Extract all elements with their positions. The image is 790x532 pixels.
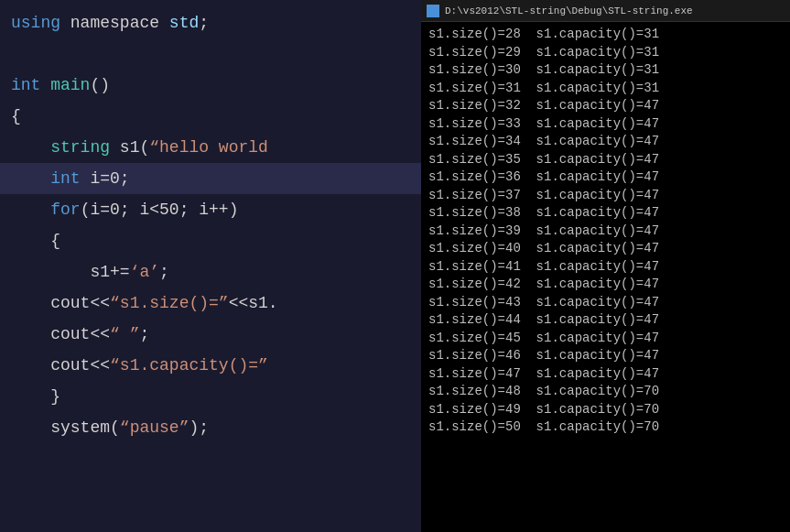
code-line: s1+=‘a’; (0, 256, 421, 288)
code-line: for(i=0; i<50; i++) (0, 194, 421, 225)
output-line: s1.size()=47 s1.capacity()=47 (428, 365, 783, 384)
code-line: using namespace std; (0, 7, 421, 38)
output-line: s1.size()=30 s1.capacity()=31 (428, 61, 783, 80)
output-line: s1.size()=50 s1.capacity()=70 (428, 418, 783, 437)
output-content: s1.size()=28 s1.capacity()=31s1.size()=2… (421, 22, 790, 532)
code-line: string s1(“hello world (0, 132, 421, 163)
code-line: cout<<“s1.size()=”<<s1. (0, 288, 421, 319)
output-line: s1.size()=42 s1.capacity()=47 (428, 276, 783, 294)
output-line: s1.size()=33 s1.capacity()=47 (428, 115, 783, 134)
output-line: s1.size()=41 s1.capacity()=47 (428, 258, 783, 277)
code-line: system(“pause”); (0, 412, 421, 443)
output-line: s1.size()=46 s1.capacity()=47 (428, 347, 783, 365)
code-line: int i=0; (0, 163, 421, 194)
output-line: s1.size()=45 s1.capacity()=47 (428, 330, 783, 348)
output-line: s1.size()=34 s1.capacity()=47 (428, 133, 783, 151)
code-line: cout<<“ ”; (0, 319, 421, 350)
output-line: s1.size()=35 s1.capacity()=47 (428, 151, 783, 169)
output-line: s1.size()=31 s1.capacity()=31 (428, 80, 783, 98)
code-line: int main() (0, 70, 421, 101)
code-line: cout<<“s1.capacity()=” (0, 350, 421, 381)
output-line: s1.size()=44 s1.capacity()=47 (428, 311, 783, 330)
output-line: s1.size()=48 s1.capacity()=70 (428, 383, 783, 401)
output-line: s1.size()=38 s1.capacity()=47 (428, 204, 783, 223)
output-line: s1.size()=37 s1.capacity()=47 (428, 187, 783, 205)
output-line: s1.size()=43 s1.capacity()=47 (428, 294, 783, 312)
output-title-icon (427, 5, 439, 17)
output-line: s1.size()=28 s1.capacity()=31 (428, 26, 783, 44)
output-line: s1.size()=29 s1.capacity()=31 (428, 44, 783, 62)
output-panel: D:\vs2012\STL-string\Debug\STL-string.ex… (421, 0, 790, 532)
output-title-text: D:\vs2012\STL-string\Debug\STL-string.ex… (445, 5, 693, 16)
code-line (0, 38, 421, 70)
output-line: s1.size()=32 s1.capacity()=47 (428, 97, 783, 115)
output-line: s1.size()=49 s1.capacity()=70 (428, 401, 783, 419)
output-line: s1.size()=40 s1.capacity()=47 (428, 240, 783, 258)
output-titlebar: D:\vs2012\STL-string\Debug\STL-string.ex… (421, 0, 790, 22)
code-line: { (0, 225, 421, 256)
code-panel: using namespace std; int main(){ string … (0, 0, 421, 532)
code-line: } (0, 381, 421, 412)
output-line: s1.size()=39 s1.capacity()=47 (428, 223, 783, 241)
code-line: { (0, 101, 421, 132)
output-line: s1.size()=36 s1.capacity()=47 (428, 168, 783, 187)
